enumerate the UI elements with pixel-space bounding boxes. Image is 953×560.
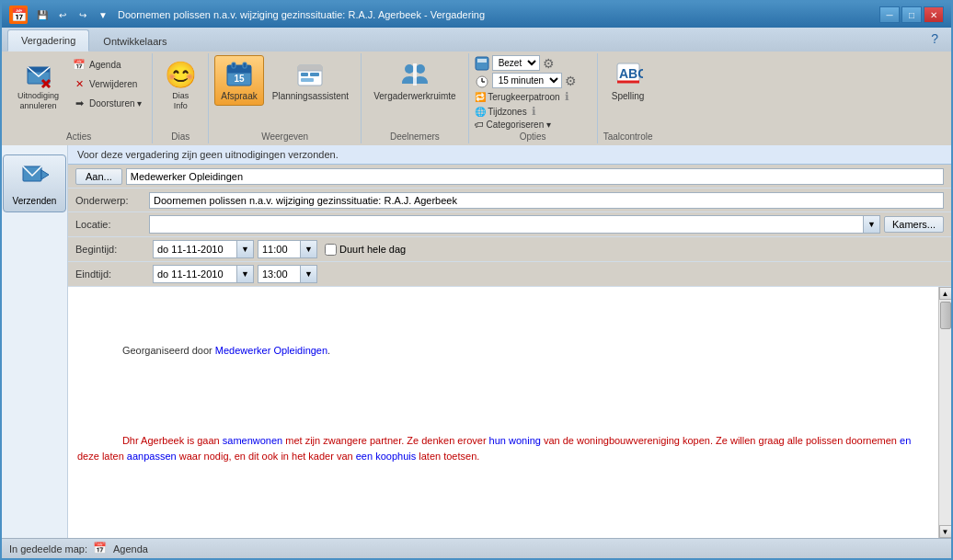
ribbon-group-weergeven: 15 Afspraak bbox=[209, 53, 362, 143]
verwijderen-button[interactable]: ✕ Verwijderen bbox=[67, 74, 146, 93]
tab-ontwikkelaars[interactable]: Ontwikkelaars bbox=[89, 30, 180, 51]
terugkeerpatroon-button[interactable]: 🔁 Terugkeerpatroon bbox=[475, 92, 560, 102]
statusbar-map-name: Agenda bbox=[113, 543, 148, 554]
locatie-input[interactable] bbox=[150, 217, 863, 232]
scroll-up-button[interactable]: ▲ bbox=[939, 287, 952, 300]
doorsturen-label: Doorsturen ▾ bbox=[89, 98, 142, 109]
vergaderwerkruimte-button[interactable]: Vergaderwerkruimte bbox=[367, 55, 462, 106]
begintijd-row: Begintijd: ▼ ▼ Duurt hele dag bbox=[68, 237, 951, 262]
tijdzones-button[interactable]: 🌐 Tijdzones bbox=[475, 107, 527, 117]
onderwerp-row: Onderwerp: bbox=[68, 189, 951, 212]
eindtijd-row: Eindtijd: ▼ ▼ bbox=[68, 262, 951, 287]
svg-point-18 bbox=[416, 64, 425, 74]
verwijderen-label: Verwijderen bbox=[89, 79, 137, 89]
highlight-hun: hun woning bbox=[489, 435, 541, 446]
svg-rect-21 bbox=[477, 59, 487, 63]
dias-smiley-icon: 😊 bbox=[166, 60, 195, 89]
allday-checkbox[interactable] bbox=[325, 244, 337, 256]
begin-time-wrap: ▼ bbox=[258, 240, 317, 258]
body-paragraph-text: Dhr Agerbeek is gaan samenwonen met zijn… bbox=[77, 435, 913, 463]
tab-vergadering[interactable]: Vergadering bbox=[7, 29, 89, 51]
eind-date-input[interactable] bbox=[154, 267, 236, 281]
svg-rect-19 bbox=[413, 63, 417, 86]
bezet-select[interactable]: Bezet bbox=[492, 55, 540, 71]
opties-row-terugkeer: 🔁 Terugkeerpatroon ℹ bbox=[475, 90, 569, 103]
acties-buttons: Uitnodigingannuleren 📅 Agenda ✕ Verwijde… bbox=[11, 55, 146, 130]
doorsturen-button[interactable]: ➡ Doorsturen ▾ bbox=[67, 94, 146, 112]
locatie-label: Locatie: bbox=[75, 219, 149, 230]
dias-info-button[interactable]: 😊 DiasInfo bbox=[158, 55, 202, 116]
aan-input[interactable] bbox=[126, 168, 944, 185]
svg-rect-12 bbox=[298, 65, 322, 71]
locatie-dropdown-button[interactable]: ▼ bbox=[863, 216, 879, 233]
eind-date-wrap: ▼ bbox=[153, 265, 254, 283]
statusbar-prefix: In gedeelde map: bbox=[9, 543, 87, 554]
afspraak-label: Afspraak bbox=[221, 91, 257, 101]
acties-group-label: Acties bbox=[66, 130, 91, 142]
deelnemers-content: Vergaderwerkruimte bbox=[367, 55, 462, 130]
svg-rect-7 bbox=[232, 63, 235, 68]
redo-qat-button[interactable]: ↪ bbox=[74, 6, 92, 23]
agenda-button[interactable]: 📅 Agenda bbox=[67, 55, 146, 74]
aan-button[interactable]: Aan... bbox=[75, 168, 122, 185]
statusbar: In gedeelde map: 📅 Agenda bbox=[2, 538, 951, 558]
close-button[interactable]: ✕ bbox=[924, 6, 944, 23]
begin-time-dropdown[interactable]: ▼ bbox=[300, 241, 316, 257]
begin-time-input[interactable] bbox=[258, 242, 300, 257]
verzenden-icon bbox=[21, 161, 49, 194]
dias-info-label: DiasInfo bbox=[172, 91, 189, 111]
svg-rect-16 bbox=[301, 78, 314, 82]
highlight-samenwonen: samenwonen bbox=[223, 435, 282, 446]
qat-dropdown-button[interactable]: ▼ bbox=[94, 6, 112, 23]
scroll-thumb[interactable] bbox=[940, 302, 951, 329]
help-button[interactable]: ? bbox=[924, 28, 946, 51]
organizer-line: Georganiseerd door Medewerker Opleidinge… bbox=[77, 326, 929, 375]
acties-small-buttons: 📅 Agenda ✕ Verwijderen ➡ Doorsturen ▾ bbox=[67, 55, 146, 112]
kamers-button[interactable]: Kamers... bbox=[884, 216, 944, 233]
scroll-down-button[interactable]: ▼ bbox=[939, 525, 952, 538]
body-content-area: Georganiseerd door Medewerker Opleidinge… bbox=[68, 287, 951, 538]
vergaderwerkruimte-icon bbox=[400, 60, 430, 89]
body-text-area[interactable]: Georganiseerd door Medewerker Opleidinge… bbox=[68, 287, 938, 538]
ribbon-group-opties: Bezet ⚙ 15 minuten ⚙ 🔁 Teru bbox=[469, 53, 598, 143]
opties-row-tijdzones: 🌐 Tijdzones ℹ bbox=[475, 105, 536, 118]
svg-point-17 bbox=[405, 64, 414, 74]
uitnodiging-annuleren-button[interactable]: Uitnodigingannuleren bbox=[11, 55, 65, 116]
tijdzones-info-icon: ℹ bbox=[532, 105, 536, 118]
begin-date-dropdown[interactable]: ▼ bbox=[236, 241, 253, 257]
body-section: Georganiseerd door Medewerker Opleidinge… bbox=[68, 287, 951, 538]
verwijderen-icon: ✕ bbox=[72, 76, 86, 91]
afspraak-button[interactable]: 15 Afspraak bbox=[214, 55, 263, 106]
eind-time-wrap: ▼ bbox=[258, 265, 317, 283]
undo-qat-button[interactable]: ↩ bbox=[53, 6, 72, 23]
svg-rect-15 bbox=[310, 73, 319, 76]
verzenden-label: Verzenden bbox=[13, 196, 57, 206]
verzenden-button[interactable]: Verzenden bbox=[3, 154, 67, 212]
minuten-options-icon[interactable]: ⚙ bbox=[565, 74, 578, 88]
eind-time-input[interactable] bbox=[258, 267, 300, 281]
onderwerp-input[interactable] bbox=[149, 192, 944, 209]
organizer-suffix: . bbox=[327, 345, 330, 356]
svg-text:ABC: ABC bbox=[619, 66, 643, 81]
ribbon-tab-bar: Vergadering Ontwikkelaars ? bbox=[2, 28, 951, 51]
bezet-options-icon[interactable]: ⚙ bbox=[543, 56, 556, 71]
minuten-select[interactable]: 15 minuten bbox=[492, 73, 562, 88]
agenda-icon: 📅 bbox=[72, 57, 86, 72]
agenda-label: Agenda bbox=[89, 60, 121, 70]
locatie-row: Locatie: ▼ Kamers... bbox=[68, 212, 951, 237]
right-panel: Voor deze vergadering zijn geen uitnodig… bbox=[68, 145, 951, 538]
eind-date-dropdown[interactable]: ▼ bbox=[236, 266, 253, 282]
categoriseren-button[interactable]: 🏷 Categoriseren ▾ bbox=[475, 120, 551, 130]
spelling-button[interactable]: ABC Spelling bbox=[605, 55, 651, 106]
highlight-koophuis: koophuis bbox=[375, 451, 416, 462]
svg-rect-6 bbox=[227, 65, 251, 73]
eind-time-dropdown[interactable]: ▼ bbox=[300, 266, 316, 282]
begin-date-input[interactable] bbox=[154, 242, 236, 257]
weergeven-group-label: Weergeven bbox=[261, 130, 308, 142]
save-qat-button[interactable]: 💾 bbox=[33, 6, 52, 23]
minimize-button[interactable]: ─ bbox=[879, 6, 900, 23]
planningsassistent-button[interactable]: Planningsassistent bbox=[266, 55, 355, 106]
organizer-prefix: Georganiseerd door bbox=[122, 345, 215, 356]
maximize-button[interactable]: □ bbox=[901, 6, 922, 23]
eindtijd-label: Eindtijd: bbox=[75, 269, 149, 280]
